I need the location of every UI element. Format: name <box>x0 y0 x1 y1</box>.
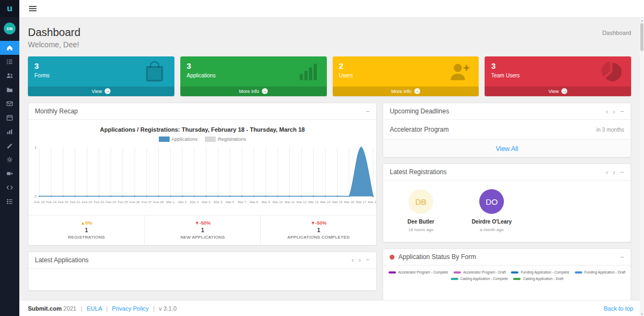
arrow-circle-icon: → <box>105 88 111 94</box>
next-icon[interactable]: › <box>613 169 615 176</box>
applications-registrations-chart: Feb 18Feb 19Feb 20Feb 21Feb 22Feb 23Feb … <box>28 143 376 215</box>
svg-text:Mar 6: Mar 6 <box>226 200 235 204</box>
svg-text:Feb 27: Feb 27 <box>142 200 152 204</box>
scroll-down-icon[interactable]: ▼ <box>640 311 644 316</box>
svg-text:Feb 25: Feb 25 <box>118 200 128 204</box>
svg-text:Mar 18: Mar 18 <box>368 200 377 204</box>
sidebar-item-media[interactable] <box>0 167 19 181</box>
svg-text:Mar 9: Mar 9 <box>261 200 270 204</box>
scrollbar[interactable]: ▲ ▼ <box>640 18 644 316</box>
sidebar-item-files[interactable] <box>0 83 19 97</box>
svg-text:0: 0 <box>34 195 36 199</box>
page-footer: Submit.com 2021 | EULA | Privacy Policy … <box>19 300 644 316</box>
arrow-circle-icon: → <box>414 88 420 94</box>
code-icon <box>6 184 13 191</box>
svg-text:Mar 5: Mar 5 <box>214 200 223 204</box>
back-to-top-link[interactable]: Back to top <box>604 305 633 312</box>
registration-person[interactable]: DB Dee Butler 18 hours ago <box>392 189 450 232</box>
sidebar-item-messages[interactable] <box>0 97 19 111</box>
svg-text:Feb 23: Feb 23 <box>94 200 105 204</box>
user-avatar[interactable]: DB <box>4 23 16 34</box>
team-users-view-link[interactable]: View → <box>485 87 631 96</box>
video-icon <box>6 170 13 177</box>
svg-text:Mar 17: Mar 17 <box>356 200 367 204</box>
applications-legend-swatch <box>159 137 170 142</box>
registration-person[interactable]: DO Deirdre O'Leary a month ago <box>463 189 521 232</box>
collapse-icon[interactable]: − <box>620 169 624 176</box>
sidebar-item-reports[interactable] <box>0 125 19 139</box>
collapse-icon[interactable]: − <box>366 108 370 115</box>
applications-more-info-link[interactable]: More info → <box>180 87 327 96</box>
registrations-stat: ▲0% 1 REGISTRATIONS <box>28 216 144 245</box>
svg-text:Mar 7: Mar 7 <box>238 200 246 204</box>
brush-icon <box>6 142 13 149</box>
svg-text:Mar 11: Mar 11 <box>284 200 295 204</box>
sidebar-item-forms[interactable] <box>0 55 19 69</box>
bar-chart-icon <box>295 60 319 84</box>
collapse-icon[interactable]: − <box>620 254 624 261</box>
svg-text:Mar 12: Mar 12 <box>296 200 307 204</box>
chart-legend: Applications Registrations <box>28 137 376 142</box>
svg-text:Mar 3: Mar 3 <box>190 200 199 204</box>
stat-card-applications[interactable]: 3 Applications More info → <box>180 56 327 96</box>
users-more-info-link[interactable]: More info → <box>333 87 479 96</box>
collapse-icon[interactable]: − <box>620 108 624 115</box>
svg-text:Feb 20: Feb 20 <box>58 200 69 204</box>
person-name: Deirdre O'Leary <box>463 219 521 225</box>
sidebar-item-calendar[interactable] <box>0 111 19 125</box>
arrow-circle-icon: → <box>561 88 567 94</box>
svg-text:Mar 8: Mar 8 <box>250 200 258 204</box>
trend-down-icon: ▼ <box>195 220 200 226</box>
svg-text:Feb 28: Feb 28 <box>153 200 164 204</box>
app-logo[interactable]: u <box>0 0 19 17</box>
prev-icon[interactable]: ‹ <box>352 256 354 263</box>
sidebar-item-settings[interactable] <box>0 153 19 167</box>
chart-title: Applications / Registrations: Thursday, … <box>28 126 376 133</box>
page-title: Dashboard <box>28 26 80 39</box>
menu-icon[interactable] <box>27 3 39 15</box>
envelope-icon <box>6 100 13 107</box>
latest-registrations-title: Latest Registrations <box>390 168 447 176</box>
applications-legend-label: Applications <box>172 137 198 142</box>
breadcrumb[interactable]: Dashboard <box>602 30 631 36</box>
collapse-icon[interactable]: − <box>366 256 370 263</box>
svg-text:Feb 18: Feb 18 <box>34 200 45 204</box>
prev-icon[interactable]: ‹ <box>606 169 608 176</box>
list-icon <box>6 58 13 66</box>
svg-text:Feb 19: Feb 19 <box>46 200 57 204</box>
prev-icon[interactable]: ‹ <box>606 108 608 115</box>
stat-card-users[interactable]: 2 Users More info → <box>333 56 479 96</box>
app-window: u DB <box>0 0 644 316</box>
status-bullet-icon <box>390 255 394 260</box>
scroll-up-icon[interactable]: ▲ <box>640 18 644 23</box>
users-icon <box>6 72 13 80</box>
svg-text:Mar 10: Mar 10 <box>273 200 283 204</box>
sidebar-item-dashboard[interactable] <box>0 41 19 55</box>
user-plus-icon <box>447 60 471 84</box>
sidebar-item-developer[interactable] <box>0 181 19 195</box>
svg-text:Mar 2: Mar 2 <box>178 200 187 204</box>
brand-name: Submit.com <box>28 305 62 312</box>
calendar-icon <box>6 114 13 121</box>
applications-completed-stat: ▼-50% 1 APPLICATIONS COMPLETED <box>260 216 376 245</box>
avatar: DB <box>408 189 433 214</box>
sidebar-item-tasks[interactable] <box>0 195 19 209</box>
eula-link[interactable]: EULA <box>86 305 101 312</box>
sidebar-item-design[interactable] <box>0 139 19 153</box>
stat-card-team-users[interactable]: 3 Team Users View → <box>485 56 631 96</box>
avatar: DO <box>479 189 504 214</box>
deadline-row[interactable]: Accelerator Program in 3 months <box>383 120 631 139</box>
application-status-card: Application Status By Form − Accelerator… <box>383 248 631 300</box>
trend-down-icon: ▼ <box>311 220 316 226</box>
next-icon[interactable]: › <box>358 256 361 263</box>
stat-card-forms[interactable]: 3 Forms View → <box>28 56 174 96</box>
scrollbar-thumb[interactable] <box>640 23 643 51</box>
sidebar-item-users[interactable] <box>0 69 19 83</box>
svg-text:Mar 14: Mar 14 <box>320 200 331 204</box>
forms-view-link[interactable]: View → <box>28 87 174 96</box>
next-icon[interactable]: › <box>613 108 615 115</box>
gear-icon <box>6 156 13 163</box>
view-all-link[interactable]: View All <box>496 145 518 153</box>
privacy-policy-link[interactable]: Privacy Policy <box>112 305 149 312</box>
bar-chart-icon <box>6 128 13 135</box>
